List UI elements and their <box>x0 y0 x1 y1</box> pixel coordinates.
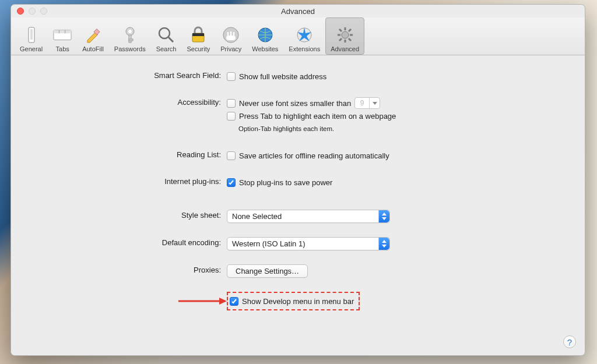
label-develop-menu: Show Develop menu in menu bar <box>242 297 354 306</box>
chevron-down-icon[interactable] <box>369 98 380 108</box>
tab-passwords[interactable]: Passwords <box>109 17 151 55</box>
security-icon <box>189 26 208 44</box>
tab-label: Security <box>187 45 210 52</box>
tab-search[interactable]: Search <box>151 17 182 55</box>
extensions-icon <box>295 26 314 44</box>
window-title: Advanced <box>11 7 585 16</box>
tab-label: Search <box>156 45 177 52</box>
svg-rect-11 <box>129 39 133 41</box>
svg-line-26 <box>339 29 342 31</box>
style-sheet-select[interactable]: None Selected <box>227 210 390 223</box>
min-font-stepper[interactable]: 9 <box>354 97 380 109</box>
label-offline-reading: Save articles for offline reading automa… <box>239 151 389 160</box>
svg-line-27 <box>349 38 351 41</box>
svg-line-29 <box>349 29 351 31</box>
annotation-arrow-icon <box>175 296 228 306</box>
select-arrows-icon <box>378 210 389 222</box>
svg-line-28 <box>339 38 342 41</box>
tabs-icon <box>53 26 72 44</box>
annotation-highlight: Show Develop menu in menu bar <box>227 292 360 310</box>
toolbar: General Tabs AutoFill Passwords Search <box>11 17 585 55</box>
tab-extensions[interactable]: Extensions <box>283 17 325 55</box>
label-reading-list: Reading List: <box>23 149 227 159</box>
label-plugins: Internet plug-ins: <box>23 176 227 186</box>
label-smart-search: Smart Search Field: <box>23 70 227 80</box>
svg-line-13 <box>168 37 173 42</box>
tab-label: General <box>20 45 43 52</box>
general-icon <box>22 26 41 44</box>
label-full-address: Show full website address <box>239 72 326 81</box>
svg-rect-17 <box>226 36 236 40</box>
tab-label: Extensions <box>289 45 320 52</box>
label-default-encoding: Default encoding: <box>23 237 227 247</box>
svg-point-21 <box>342 31 349 38</box>
tab-general[interactable]: General <box>15 17 48 55</box>
checkbox-offline-reading[interactable] <box>227 151 236 160</box>
content: Smart Search Field: Show full website ad… <box>11 55 585 310</box>
passwords-icon <box>121 26 139 44</box>
search-icon <box>157 26 175 44</box>
svg-point-12 <box>159 28 170 38</box>
svg-rect-3 <box>54 30 71 34</box>
svg-marker-31 <box>219 298 227 305</box>
tab-label: Advanced <box>331 45 359 52</box>
tab-security[interactable]: Security <box>181 17 215 55</box>
advanced-icon <box>336 26 354 44</box>
titlebar: Advanced <box>11 5 585 17</box>
change-settings-button[interactable]: Change Settings… <box>227 264 308 278</box>
checkbox-stop-plugins[interactable] <box>227 178 236 187</box>
tab-privacy[interactable]: Privacy <box>215 17 247 55</box>
svg-rect-15 <box>192 33 204 36</box>
privacy-icon <box>222 26 240 44</box>
tab-label: Passwords <box>114 45 146 52</box>
style-sheet-value: None Selected <box>227 212 378 221</box>
label-press-tab: Press Tab to highlight each item on a we… <box>239 112 396 121</box>
help-icon: ? <box>567 337 572 347</box>
tab-label: Websites <box>252 45 278 52</box>
tab-advanced[interactable]: Advanced <box>325 17 364 55</box>
tab-label: AutoFill <box>82 45 104 52</box>
checkbox-full-address[interactable] <box>227 72 236 81</box>
checkbox-press-tab[interactable] <box>227 112 236 121</box>
note-option-tab: Option-Tab highlights each item. <box>238 122 396 135</box>
default-encoding-value: Western (ISO Latin 1) <box>227 239 378 248</box>
label-proxies: Proxies: <box>23 264 227 274</box>
tab-autofill[interactable]: AutoFill <box>77 17 109 55</box>
select-arrows-icon <box>378 238 389 250</box>
tab-tabs[interactable]: Tabs <box>48 17 77 55</box>
change-settings-label: Change Settings… <box>236 267 299 275</box>
label-style-sheet: Style sheet: <box>23 210 227 220</box>
tab-label: Privacy <box>220 45 241 52</box>
checkbox-develop-menu[interactable] <box>230 297 238 306</box>
checkbox-min-font[interactable] <box>227 99 236 108</box>
label-stop-plugins: Stop plug-ins to save power <box>239 178 332 187</box>
preferences-window: Advanced General Tabs AutoFill Passwords <box>10 4 585 356</box>
tab-websites[interactable]: Websites <box>247 17 283 55</box>
label-min-font: Never use font sizes smaller than <box>239 99 351 108</box>
default-encoding-select[interactable]: Western (ISO Latin 1) <box>227 237 390 250</box>
tab-label: Tabs <box>56 45 69 52</box>
help-button[interactable]: ? <box>563 335 576 348</box>
min-font-value: 9 <box>355 99 369 107</box>
svg-point-9 <box>128 30 132 33</box>
svg-rect-1 <box>30 29 33 40</box>
label-accessibility: Accessibility: <box>23 97 227 107</box>
websites-icon <box>256 26 275 44</box>
autofill-icon <box>83 26 102 44</box>
